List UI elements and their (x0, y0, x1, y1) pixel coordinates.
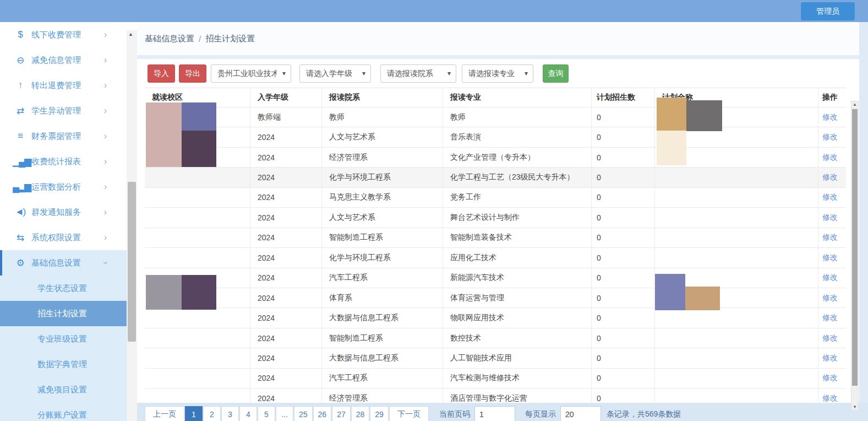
modify-link[interactable]: 修改 (822, 172, 838, 182)
page-number-button[interactable]: 5 (258, 406, 275, 421)
page-number-button[interactable]: 28 (351, 406, 370, 421)
breadcrumb-current[interactable]: 招生计划设置 (205, 34, 255, 44)
search-button[interactable]: 查询 (543, 64, 569, 83)
department-cell: 大数据与信息工程系 (322, 308, 443, 327)
modify-link[interactable]: 修改 (822, 373, 838, 383)
page-number-button[interactable]: 1 (185, 406, 203, 421)
department-cell: 化学与环境工程系 (322, 168, 443, 187)
grade-cell: 2024 (250, 148, 322, 167)
sidebar-item[interactable]: ▁▄▆收费统计报表 (0, 149, 127, 174)
current-page-label: 当前页码 (439, 409, 470, 419)
sidebar-subitem[interactable]: 学生状态设置 (0, 276, 127, 301)
chevron-right-icon (104, 233, 107, 242)
grade-filter-dropdown[interactable]: 请选入学年级 (299, 64, 371, 83)
sidebar-item[interactable]: $线下收费管理 (0, 22, 127, 47)
sidebar-subitem[interactable]: 数据字典管理 (0, 352, 127, 377)
campus-filter-dropdown[interactable]: 贵州工业职业技术 (211, 64, 291, 83)
sidebar-item[interactable]: ⊖减免信息管理 (0, 47, 127, 73)
table-row: 2024大数据与信息工程系人工智能技术应用0修改 (145, 348, 846, 368)
page-number-button[interactable]: 29 (370, 406, 389, 421)
page-number-button[interactable]: 2 (203, 406, 221, 421)
transfer-arrows-icon: ⇄ (13, 105, 27, 117)
modify-link[interactable]: 修改 (822, 213, 838, 223)
repeat-icon: ⇆ (13, 232, 27, 244)
modify-link[interactable]: 修改 (822, 153, 838, 163)
sidebar-item-label: 转出退费管理 (31, 80, 81, 91)
plan-name-cell (655, 248, 818, 267)
chevron-right-icon (104, 30, 107, 40)
next-page-button[interactable]: 下一页 (389, 406, 429, 421)
modify-link[interactable]: 修改 (822, 192, 838, 202)
department-cell: 教师 (322, 107, 443, 127)
sidebar-item-label: 线下收费管理 (31, 30, 81, 40)
modify-link[interactable]: 修改 (822, 293, 838, 303)
department-cell: 人文与艺术系 (322, 208, 443, 227)
page-number-button[interactable]: 26 (313, 406, 332, 421)
sidebar-item-label: 减免信息管理 (31, 55, 81, 66)
column-header: 报读院系 (322, 88, 443, 107)
major-cell: 教师 (443, 107, 592, 127)
redaction-block (685, 287, 720, 310)
modify-link[interactable]: 修改 (822, 233, 838, 242)
sidebar-subitem[interactable]: 分账账户设置 (0, 402, 127, 421)
breadcrumb-parent[interactable]: 基础信息设置 (145, 34, 194, 44)
sidebar-item-label: 学生异动管理 (31, 106, 81, 116)
campus-cell (145, 248, 250, 267)
table-scrollbar[interactable] (851, 101, 859, 411)
modify-link[interactable]: 修改 (822, 273, 838, 283)
plan-count-cell: 0 (592, 107, 655, 127)
table-scrollbar-thumb[interactable] (852, 109, 858, 386)
major-cell: 党务工作 (443, 188, 592, 207)
breadcrumb: 基础信息设置 / 招生计划设置 (137, 22, 868, 55)
page-size-label: 每页显示 (525, 409, 556, 419)
department-cell: 化学与环境工程系 (322, 248, 443, 267)
major-cell: 数控技术 (443, 328, 592, 348)
page-number-button[interactable]: 3 (221, 406, 239, 421)
page-size-input[interactable] (560, 406, 601, 421)
sidebar-scrollbar-thumb[interactable] (128, 182, 136, 342)
campus-cell (145, 369, 250, 388)
admin-user-button[interactable]: 管理员 (801, 2, 855, 20)
modify-link[interactable]: 修改 (822, 253, 838, 263)
top-bar: 管理员 (0, 0, 868, 22)
sidebar-item[interactable]: ↑转出退费管理 (0, 73, 127, 98)
sidebar-subitem[interactable]: 专业班级设置 (0, 326, 127, 352)
page-number-button[interactable]: 27 (332, 406, 351, 421)
sidebar-item[interactable]: ≡财务票据管理 (0, 123, 127, 149)
modify-link[interactable]: 修改 (822, 112, 838, 122)
sidebar-item[interactable]: ⇄学生异动管理 (0, 98, 127, 123)
sidebar-item-label: 财务票据管理 (31, 131, 81, 142)
redaction-block (182, 275, 216, 310)
import-button[interactable]: 导入 (148, 64, 175, 83)
sidebar-subitem[interactable]: 招生计划设置 (0, 301, 127, 326)
sidebar-item-basic-info-settings[interactable]: ⚙ 基础信息设置 (0, 250, 127, 276)
sidebar-item[interactable]: ⇆系统权限设置 (0, 225, 127, 250)
modify-link[interactable]: 修改 (822, 353, 838, 363)
column-header: 操作 (818, 88, 846, 107)
major-filter-dropdown[interactable]: 请选报读专业 (462, 64, 533, 83)
export-button[interactable]: 导出 (179, 64, 206, 83)
chevron-right-icon (104, 106, 107, 116)
major-cell: 汽车检测与维修技术 (443, 369, 592, 388)
bar-chart-report-icon: ▁▄▆ (13, 156, 27, 168)
page-number-button[interactable]: 4 (239, 406, 257, 421)
redaction-block (146, 102, 182, 167)
prev-page-button[interactable]: 上一页 (145, 406, 184, 421)
sidebar-scrollbar[interactable] (127, 30, 137, 421)
sidebar-item-label: 基础信息设置 (31, 258, 81, 268)
modify-link[interactable]: 修改 (822, 313, 838, 323)
current-page-input[interactable] (474, 406, 515, 421)
department-filter-dropdown[interactable]: 请选报读院系 (380, 64, 456, 83)
sidebar-item[interactable]: ◄)群发通知服务 (0, 199, 127, 225)
filter-toolbar: 导入 导出 贵州工业职业技术 请选入学年级 请选报读院系 请选报读专业 查询 (137, 59, 868, 88)
page-number-button[interactable]: 25 (294, 406, 313, 421)
sidebar-subitem[interactable]: 减免项目设置 (0, 377, 127, 402)
modify-link[interactable]: 修改 (822, 333, 838, 343)
chevron-right-icon (104, 131, 107, 141)
sidebar-item[interactable]: ▄▂▆运营数据分析 (0, 174, 127, 199)
modify-link[interactable]: 修改 (822, 132, 838, 142)
table-row: 2024人文与艺术系舞台艺术设计与制作0修改 (145, 208, 846, 228)
modify-link[interactable]: 修改 (822, 393, 838, 403)
major-cell: 新能源汽车技术 (443, 268, 592, 288)
action-cell: 修改 (818, 168, 846, 187)
